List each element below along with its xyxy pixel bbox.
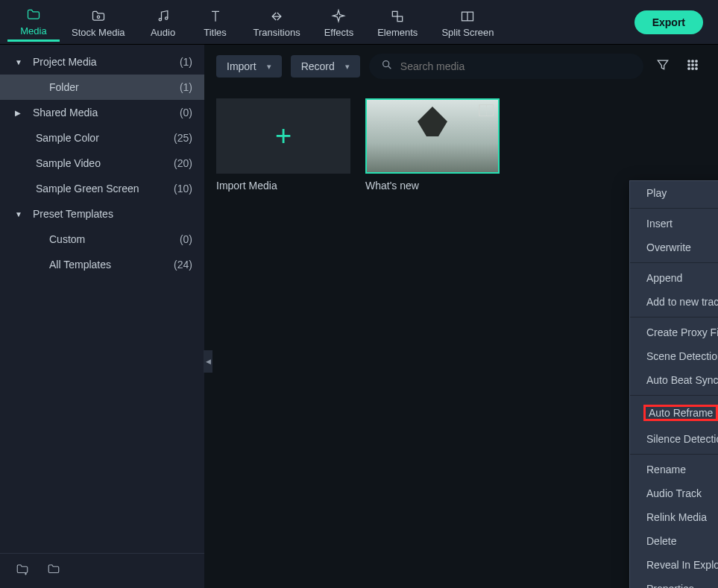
menu-overwrite[interactable]: OverwriteShift+O (630, 235, 718, 259)
tab-audio[interactable]: Audio (137, 4, 189, 41)
sidebar: ▼ Project Media (1) Folder (1) ▶ Shared … (0, 45, 204, 588)
plus-icon: + (275, 120, 292, 152)
tree-preset-templates[interactable]: ▼ Preset Templates (0, 201, 204, 227)
tab-media[interactable]: Media (7, 2, 60, 42)
tab-label: Stock Media (72, 27, 125, 38)
tab-split-screen[interactable]: Split Screen (429, 4, 506, 41)
svg-point-10 (688, 64, 690, 66)
tree-sample-color[interactable]: Sample Color (25) (0, 125, 204, 151)
search-input[interactable] (400, 60, 632, 72)
tree-all-templates[interactable]: All Templates (24) (0, 252, 204, 277)
filter-icon[interactable] (652, 54, 673, 78)
tree-count: (1) (180, 81, 192, 93)
tree-custom[interactable]: Custom (0) (0, 227, 204, 252)
new-folder-plus-icon[interactable] (15, 563, 30, 579)
menu-scene[interactable]: Scene Detection (630, 344, 718, 368)
tab-transitions[interactable]: Transitions (242, 4, 312, 41)
main-panel: Import Record + Import Media Wha (204, 45, 718, 588)
svg-point-11 (692, 64, 694, 66)
filmstrip-icon (479, 104, 494, 116)
search-icon (381, 59, 393, 74)
tree-label: Project Media (33, 56, 97, 68)
split-icon (459, 8, 476, 25)
folder-icon (25, 7, 42, 23)
menu-beat[interactable]: Auto Beat Sync (630, 368, 718, 392)
menu-divider (630, 262, 718, 263)
svg-point-6 (382, 61, 388, 67)
media-label: Import Media (216, 180, 350, 192)
clip-preview-image (418, 107, 447, 136)
chevron-down-icon: ▼ (15, 210, 25, 218)
svg-rect-4 (397, 16, 403, 22)
tab-stock-media[interactable]: Stock Media (60, 4, 137, 41)
tab-titles[interactable]: Titles (189, 4, 242, 41)
tree-label: All Templates (49, 259, 111, 271)
record-dropdown[interactable]: Record (291, 55, 360, 78)
media-label: What's new (365, 180, 500, 192)
tree-label: Sample Color (36, 132, 99, 144)
svg-point-14 (692, 68, 694, 70)
titles-icon (207, 8, 224, 25)
tree-shared-media[interactable]: ▶ Shared Media (0) (0, 100, 204, 125)
stock-icon (90, 8, 107, 25)
clip-thumb (365, 98, 500, 174)
tree-count: (25) (174, 132, 192, 144)
export-button[interactable]: Export (634, 10, 703, 34)
svg-point-2 (165, 16, 167, 19)
menu-add-track[interactable]: Add to new track (630, 290, 718, 314)
tree-sample-green[interactable]: Sample Green Screen (10) (0, 176, 204, 201)
tab-label: Effects (324, 27, 354, 38)
menu-auto-reframe[interactable]: Auto Reframe (630, 399, 718, 427)
menu-silence[interactable]: Silence Detection (630, 427, 718, 451)
collapse-sidebar-handle[interactable]: ◀ (204, 350, 212, 373)
elements-icon (389, 8, 406, 25)
svg-point-12 (696, 64, 698, 66)
tree-count: (1) (180, 56, 192, 68)
chevron-down-icon: ▼ (15, 58, 25, 66)
highlighted-item: Auto Reframe (643, 405, 718, 421)
svg-point-7 (688, 60, 690, 63)
tree-label: Sample Green Screen (36, 183, 139, 195)
menu-delete[interactable]: DeleteDel (630, 529, 718, 553)
tab-label: Transitions (253, 27, 300, 38)
menu-insert[interactable]: InsertShift+I (630, 212, 718, 235)
audio-icon (155, 8, 171, 25)
import-dropdown[interactable]: Import (216, 55, 282, 78)
menu-play[interactable]: Play (630, 181, 718, 205)
tree-project-media[interactable]: ▼ Project Media (1) (0, 49, 204, 75)
menu-append[interactable]: Append (630, 266, 718, 290)
effects-icon (330, 8, 347, 25)
media-toolbar: Import Record (204, 45, 718, 88)
tree-count: (10) (174, 183, 192, 195)
tab-elements[interactable]: Elements (365, 4, 429, 41)
folder-icon[interactable] (46, 563, 61, 579)
media-tree: ▼ Project Media (1) Folder (1) ▶ Shared … (0, 45, 204, 553)
search-box[interactable] (369, 54, 643, 79)
import-media-tile[interactable]: + Import Media (216, 98, 350, 192)
import-thumb: + (216, 98, 350, 174)
svg-point-13 (688, 68, 690, 70)
tree-folder[interactable]: Folder (1) (0, 75, 204, 100)
tab-label: Audio (151, 27, 175, 38)
context-menu: Play InsertShift+I OverwriteShift+O Appe… (629, 180, 718, 588)
tree-label: Custom (49, 233, 85, 245)
menu-rename[interactable]: RenameF2 (630, 458, 718, 481)
menu-properties[interactable]: Properties (630, 577, 718, 588)
tree-label: Folder (49, 81, 79, 93)
chevron-right-icon: ▶ (15, 109, 25, 117)
tree-sample-video[interactable]: Sample Video (20) (0, 151, 204, 176)
svg-point-8 (692, 60, 694, 63)
top-tabs: Media Stock Media Audio Titles Transitio… (0, 0, 718, 45)
media-clip[interactable]: What's new (365, 98, 500, 192)
tab-label: Elements (377, 27, 418, 38)
tree-label: Preset Templates (33, 208, 113, 220)
tab-label: Media (20, 25, 46, 37)
menu-proxy[interactable]: Create Proxy File (630, 320, 718, 344)
menu-relink[interactable]: Relink Media (630, 505, 718, 529)
svg-rect-3 (393, 11, 398, 16)
menu-reveal[interactable]: Reveal In ExplorerCtrl+Shift+R (630, 553, 718, 577)
grid-view-icon[interactable] (682, 54, 703, 78)
tab-effects[interactable]: Effects (312, 4, 366, 41)
menu-audio-track[interactable]: Audio Track▶ (630, 481, 718, 505)
tab-label: Titles (204, 27, 227, 38)
